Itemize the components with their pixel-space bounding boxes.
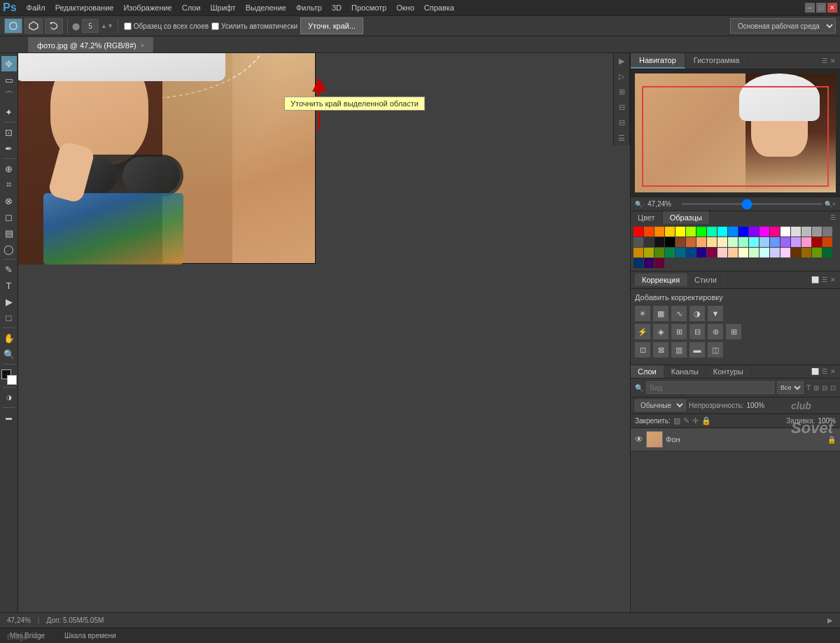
layer-visibility-icon[interactable]: 👁 xyxy=(635,434,643,444)
swatch-item[interactable] xyxy=(822,227,832,236)
swatch-item[interactable] xyxy=(696,237,706,247)
tab-histogram[interactable]: Гистограмма xyxy=(685,53,749,69)
panel-icon-6[interactable]: ☰ xyxy=(614,130,629,146)
swatch-item[interactable] xyxy=(718,227,727,236)
swatch-item[interactable] xyxy=(644,248,654,257)
swatch-item[interactable] xyxy=(822,237,832,247)
swatch-item[interactable] xyxy=(707,227,717,236)
swatch-item[interactable] xyxy=(791,227,801,236)
swatch-item[interactable] xyxy=(770,227,780,236)
tab-correction[interactable]: Коррекция xyxy=(635,274,687,286)
swatch-item[interactable] xyxy=(634,248,643,257)
swatch-item[interactable] xyxy=(654,258,664,268)
status-arrow-right[interactable]: ▶ xyxy=(827,616,833,624)
layer-filter-select[interactable]: Все xyxy=(777,381,804,394)
sample-all-checkbox[interactable]: Образец со всех слоев xyxy=(124,22,209,30)
timeline-btn[interactable]: Шкала времени xyxy=(62,630,118,641)
gradient-tool[interactable]: ▤ xyxy=(1,225,17,241)
layer-icons-3[interactable]: ⊟ xyxy=(822,384,827,392)
swatch-item[interactable] xyxy=(760,248,769,257)
swatch-item[interactable] xyxy=(634,258,643,268)
swatch-item[interactable] xyxy=(822,248,832,257)
swatch-item[interactable] xyxy=(780,248,790,257)
background-color[interactable] xyxy=(7,375,17,385)
brush-size-input[interactable] xyxy=(82,19,99,33)
tab-layers[interactable]: Слои xyxy=(631,365,664,378)
correction-panel-close[interactable]: ✕ xyxy=(830,276,836,283)
swatch-item[interactable] xyxy=(676,227,685,236)
swatch-item[interactable] xyxy=(707,237,717,247)
zoom-slider[interactable] xyxy=(682,203,822,205)
swatch-item[interactable] xyxy=(770,248,780,257)
tab-paths[interactable]: Контуры xyxy=(706,365,751,378)
lasso-tool-btn[interactable] xyxy=(4,18,22,34)
menu-file[interactable]: Файл xyxy=(22,2,50,13)
swatch-item[interactable] xyxy=(728,248,738,257)
swatch-item[interactable] xyxy=(707,248,717,257)
swatch-item[interactable] xyxy=(696,248,706,257)
swatch-item[interactable] xyxy=(749,237,759,247)
layer-row-background[interactable]: 👁 Фон 🔒 xyxy=(631,428,840,451)
lock-transparent-icon[interactable]: ▨ xyxy=(673,416,680,425)
nav-panel-close-icon[interactable]: ✕ xyxy=(830,57,836,64)
swatch-item[interactable] xyxy=(728,227,738,236)
zoom-out-icon[interactable]: 🔍- xyxy=(635,201,645,208)
magic-wand-tool[interactable]: ✦ xyxy=(1,104,17,120)
invert-btn[interactable]: ⊡ xyxy=(635,342,650,358)
exposure-btn[interactable]: ◑ xyxy=(690,306,705,321)
menu-3d[interactable]: 3D xyxy=(328,2,346,13)
layer-new-icon[interactable]: T xyxy=(806,384,811,392)
menu-filter[interactable]: Фильтр xyxy=(292,2,326,13)
swatch-item[interactable] xyxy=(718,237,727,247)
panel-arrow-icon[interactable]: ▶ xyxy=(614,53,629,69)
clone-stamp-tool[interactable]: ⊗ xyxy=(1,193,17,209)
lasso-tool[interactable]: ⌒ xyxy=(1,88,17,104)
nav-viewport-indicator[interactable] xyxy=(642,86,829,187)
menu-font[interactable]: Шрифт xyxy=(206,2,239,13)
swatch-item[interactable] xyxy=(665,237,675,247)
swatch-item[interactable] xyxy=(812,237,822,247)
tab-close-icon[interactable]: × xyxy=(141,42,144,49)
swatch-item[interactable] xyxy=(686,227,696,236)
swatch-item[interactable] xyxy=(728,237,738,247)
type-tool[interactable]: T xyxy=(1,278,17,293)
menu-edit[interactable]: Редактирование xyxy=(51,2,118,13)
swatch-item[interactable] xyxy=(770,237,780,247)
lock-position-icon[interactable]: ✛ xyxy=(692,416,699,425)
screen-mode-btn[interactable]: ▬ xyxy=(1,410,17,425)
swatch-item[interactable] xyxy=(791,237,801,247)
swatch-item[interactable] xyxy=(686,248,696,257)
swatch-item[interactable] xyxy=(802,237,811,247)
swatch-item[interactable] xyxy=(738,248,748,257)
minimize-button[interactable]: ─ xyxy=(805,3,815,13)
swatch-item[interactable] xyxy=(654,237,664,247)
swatch-item[interactable] xyxy=(665,227,675,236)
document-tab[interactable]: фото.jpg @ 47,2% (RGB/8#) × xyxy=(28,37,153,52)
swatch-item[interactable] xyxy=(812,248,822,257)
layer-search-input[interactable] xyxy=(646,381,774,394)
panel-play-icon[interactable]: ▷ xyxy=(614,69,629,84)
maximize-button[interactable]: □ xyxy=(816,3,826,13)
correction-panel-icon2[interactable]: ☰ xyxy=(822,276,827,283)
zoom-in-icon[interactable]: 🔍+ xyxy=(825,201,836,208)
swatch-item[interactable] xyxy=(780,227,790,236)
color-balance-btn[interactable]: ⊞ xyxy=(671,324,687,339)
swatch-item[interactable] xyxy=(802,227,811,236)
pen-tool[interactable]: ✎ xyxy=(1,262,17,277)
swatch-item[interactable] xyxy=(738,227,748,236)
zoom-tool[interactable]: 🔍 xyxy=(1,346,17,362)
layers-panel-close[interactable]: ✕ xyxy=(830,368,836,375)
hand-tool[interactable]: ✋ xyxy=(1,330,17,346)
swatch-item[interactable] xyxy=(634,227,643,236)
dodge-tool[interactable]: ◯ xyxy=(1,241,17,257)
refine-edge-button[interactable]: Уточн. край... xyxy=(300,17,363,34)
swatch-item[interactable] xyxy=(676,248,685,257)
swatch-item[interactable] xyxy=(760,227,769,236)
marquee-tool[interactable]: ▭ xyxy=(1,72,17,87)
eyedropper-tool[interactable]: ✒ xyxy=(1,141,17,156)
polygon-lasso-btn[interactable] xyxy=(24,18,43,34)
selective-color-btn[interactable]: ◫ xyxy=(708,342,723,358)
layers-panel-menu[interactable]: ☰ xyxy=(822,368,827,375)
menu-help[interactable]: Справка xyxy=(420,2,458,13)
hue-sat-btn[interactable]: ◈ xyxy=(653,324,668,339)
